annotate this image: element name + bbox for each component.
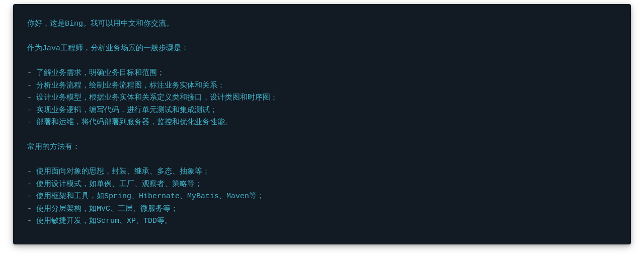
code-block: 你好，这是Bing。我可以用中文和你交流。 作为Java工程师，分析业务场景的一… xyxy=(13,4,631,244)
method-item: - 使用面向对象的思想，封装、继承、多态、抽象等； xyxy=(27,166,617,179)
greeting-line: 你好，这是Bing。我可以用中文和你交流。 xyxy=(27,18,617,31)
intro-line: 作为Java工程师，分析业务场景的一般步骤是： xyxy=(27,43,617,55)
method-item: - 使用分层架构，如MVC、三层、微服务等； xyxy=(27,203,617,216)
bullet-dash: - xyxy=(27,94,36,102)
method-item: - 使用框架和工具，如Spring、Hibernate、MyBatis、Mave… xyxy=(27,191,617,203)
methods-intro-line: 常用的方法有： xyxy=(27,141,617,154)
step-item: - 设计业务模型，根据业务实体和关系定义类和接口，设计类图和时序图； xyxy=(27,92,617,105)
bullet-dash: - xyxy=(27,192,36,201)
blank-line xyxy=(27,154,617,166)
bullet-dash: - xyxy=(27,180,36,189)
bullet-dash: - xyxy=(27,69,36,77)
step-text: 部署和运维，将代码部署到服务器，监控和优化业务性能。 xyxy=(36,118,232,127)
bullet-dash: - xyxy=(27,205,36,213)
blank-line xyxy=(27,55,617,68)
method-item: - 使用敏捷开发，如Scrum、XP、TDD等。 xyxy=(27,215,617,228)
step-text: 实现业务逻辑，编写代码，进行单元测试和集成测试； xyxy=(36,106,217,115)
method-text: 使用分层架构，如MVC、三层、微服务等； xyxy=(36,205,178,213)
bullet-dash: - xyxy=(27,106,36,115)
bullet-dash: - xyxy=(27,167,36,176)
bullet-dash: - xyxy=(27,217,36,225)
step-text: 设计业务模型，根据业务实体和关系定义类和接口，设计类图和时序图； xyxy=(36,94,278,102)
bullet-dash: - xyxy=(27,81,36,90)
method-text: 使用框架和工具，如Spring、Hibernate、MyBatis、Maven等… xyxy=(36,192,264,201)
method-text: 使用敏捷开发，如Scrum、XP、TDD等。 xyxy=(36,217,172,225)
method-text: 使用设计模式，如单例、工厂、观察者、策略等； xyxy=(36,180,202,189)
step-item: - 了解业务需求，明确业务目标和范围； xyxy=(27,67,617,80)
step-text: 了解业务需求，明确业务目标和范围； xyxy=(36,69,165,77)
step-item: - 分析业务流程，绘制业务流程图，标注业务实体和关系； xyxy=(27,80,617,93)
step-item: - 实现业务逻辑，编写代码，进行单元测试和集成测试； xyxy=(27,105,617,117)
blank-line xyxy=(27,31,617,43)
step-item: - 部署和运维，将代码部署到服务器，监控和优化业务性能。 xyxy=(27,117,617,129)
bullet-dash: - xyxy=(27,118,36,127)
method-text: 使用面向对象的思想，封装、继承、多态、抽象等； xyxy=(36,167,210,176)
step-text: 分析业务流程，绘制业务流程图，标注业务实体和关系； xyxy=(36,81,225,90)
blank-line xyxy=(27,129,617,142)
method-item: - 使用设计模式，如单例、工厂、观察者、策略等； xyxy=(27,179,617,191)
